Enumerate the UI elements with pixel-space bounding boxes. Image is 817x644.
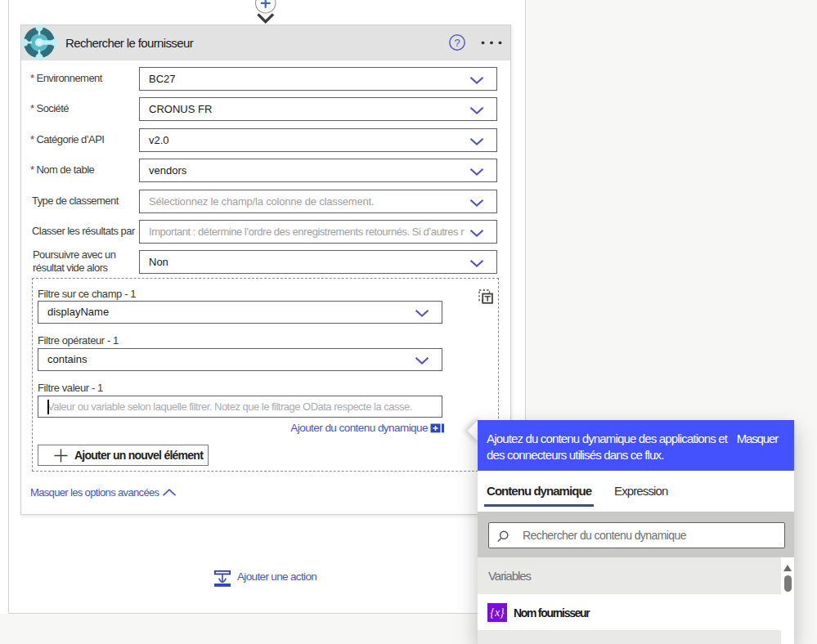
svg-text:?: ? bbox=[454, 37, 460, 49]
